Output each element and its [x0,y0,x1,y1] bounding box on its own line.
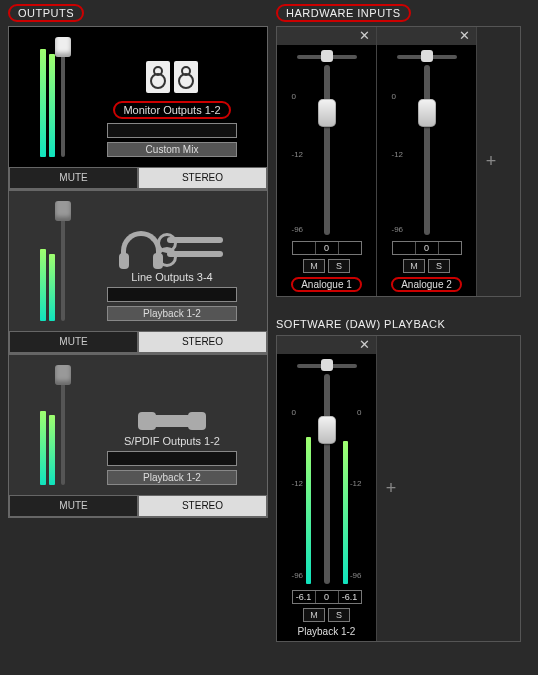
hardware-inputs-title: HARDWARE INPUTS [276,4,411,22]
close-icon[interactable]: ✕ [277,27,376,45]
output-mix-select[interactable] [107,287,237,302]
output-mix-name[interactable]: Playback 1-2 [107,470,237,485]
value-readout: 0 [292,241,362,255]
speakers-icon [146,61,198,93]
channel-fader[interactable] [424,65,430,235]
playback-strip: ✕ 0-12-96 0-12-96 -6.1 0 -6.1 MS [277,336,377,641]
mute-button[interactable]: M [303,608,325,622]
output-group-monitor: Monitor Outputs 1-2 Custom Mix MUTE STER… [8,26,268,190]
input-strip: ✕ 0-12-96 0 MS Analogue 2 [377,27,477,296]
hardware-inputs-row: ✕ 0-12-96 0 MS Analogue 1 ✕ 0-12-96 0 [276,26,521,297]
output-label: S/PDIF Outputs 1-2 [124,435,220,447]
input-strip: ✕ 0-12-96 0 MS Analogue 1 [277,27,377,296]
add-playback-button[interactable]: + [377,336,405,641]
add-input-button[interactable]: + [477,27,505,296]
mute-button[interactable]: M [403,259,425,273]
software-playback-row: ✕ 0-12-96 0-12-96 -6.1 0 -6.1 MS [276,335,521,642]
output-fader[interactable] [61,37,65,157]
output-meter [17,201,77,321]
mute-button[interactable]: MUTE [9,495,138,517]
mute-button[interactable]: MUTE [9,167,138,189]
strip-label: Analogue 1 [291,277,362,292]
outputs-column: OUTPUTS Monitor Outputs 1-2 Custom Mix [8,4,268,642]
output-meter [17,37,77,157]
mute-button[interactable]: M [303,259,325,273]
strip-label: Playback 1-2 [298,626,356,637]
output-mix-select[interactable] [107,451,237,466]
strip-label: Analogue 2 [391,277,462,292]
software-playback-title: SOFTWARE (DAW) PLAYBACK [276,317,445,331]
solo-button[interactable]: S [328,259,350,273]
output-label: Monitor Outputs 1-2 [113,101,230,119]
meter-right [343,441,348,584]
close-icon[interactable]: ✕ [377,27,476,45]
output-group-line: Line Outputs 3-4 Playback 1-2 MUTE STERE… [8,190,268,354]
headphone-line-icon [121,231,223,263]
value-readout: 0 [392,241,462,255]
pan-slider[interactable] [297,55,357,59]
stereo-button[interactable]: STEREO [138,331,267,353]
solo-button[interactable]: S [428,259,450,273]
pan-slider[interactable] [397,55,457,59]
output-fader[interactable] [61,201,65,321]
output-mix-select[interactable] [107,123,237,138]
outputs-title: OUTPUTS [8,4,84,22]
spdif-icon [142,415,202,427]
stereo-button[interactable]: STEREO [138,167,267,189]
channel-fader[interactable] [324,374,330,584]
channel-fader[interactable] [324,65,330,235]
close-icon[interactable]: ✕ [277,336,376,354]
output-mix-name[interactable]: Playback 1-2 [107,306,237,321]
solo-button[interactable]: S [328,608,350,622]
output-fader[interactable] [61,365,65,485]
stereo-button[interactable]: STEREO [138,495,267,517]
output-meter [17,365,77,485]
mute-button[interactable]: MUTE [9,331,138,353]
output-group-spdif: S/PDIF Outputs 1-2 Playback 1-2 MUTE STE… [8,354,268,518]
pan-slider[interactable] [297,364,357,368]
output-mix-name[interactable]: Custom Mix [107,142,237,157]
value-readout: -6.1 0 -6.1 [292,590,362,604]
output-label: Line Outputs 3-4 [131,271,212,283]
meter-left [306,437,311,584]
